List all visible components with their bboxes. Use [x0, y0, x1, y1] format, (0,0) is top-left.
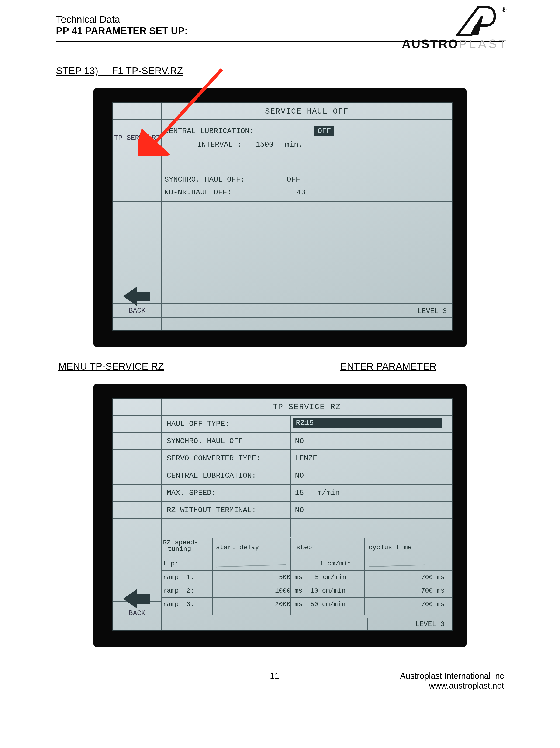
page-header: Technical Data PP 41 PARAMETER SET UP: ®… — [56, 14, 504, 42]
st-hdr-c3: cyclus time — [369, 543, 412, 552]
back-button[interactable]: BACK — [113, 282, 161, 318]
st-r0-name: tip: — [163, 560, 179, 568]
screen1-title: SERVICE HAUL OFF — [162, 103, 451, 119]
mid-labels: MENU TP-SERVICE RZ ENTER PARAMETER — [56, 361, 504, 372]
st-r1-step: 5 cm/min — [315, 574, 346, 581]
st-r1-name: ramp 1: — [163, 574, 194, 581]
param-label-6 — [164, 523, 167, 532]
st-r3-step: 50 cm/min — [310, 601, 346, 608]
footer-company: Austroplast International Inc — [400, 671, 504, 681]
screenshot2-frame: TP-SERVICE RZ HAUL OFF TYPE: RZ15 SYNCHR… — [93, 384, 467, 647]
param-value-4[interactable]: 15 m/min — [295, 489, 340, 497]
st-hdr-c1: start delay — [216, 543, 259, 552]
level-indicator-2: LEVEL 3 — [415, 620, 445, 628]
back-label: BACK — [129, 306, 145, 315]
lcd-screen-1: TP-SERV. RZ BACK SERVICE HAUL OFF CENTRA… — [112, 102, 452, 330]
step-heading: STEP 13) F1 TP-SERV.RZ — [56, 65, 183, 76]
side-tab-label: TP-SERV. RZ — [114, 134, 160, 142]
back-label-2: BACK — [129, 609, 145, 617]
mid-right-label: ENTER PARAMETER — [341, 361, 437, 372]
back-arrow-icon-2 — [123, 589, 151, 608]
brand-austro: AUSTRO — [402, 37, 459, 51]
central-lub-label: CENTRAL LUBRICATION: — [164, 127, 254, 135]
interval-unit: min. — [285, 140, 303, 149]
ndnr-label: ND-NR.HAUL OFF: — [164, 188, 232, 197]
st-hdr-c2: step — [296, 543, 312, 552]
st-r3-name: ramp 3: — [163, 601, 194, 608]
param-label-2: SERVO CONVERTER TYPE: — [164, 454, 261, 463]
screen2-title: TP-SERVICE RZ — [162, 399, 451, 415]
synchro-label: SYNCHRO. HAUL OFF: — [164, 175, 245, 184]
footer-url: www.austroplast.net — [400, 681, 504, 691]
param-value-0[interactable]: RZ15 — [293, 418, 442, 428]
synchro-value: OFF — [287, 175, 300, 184]
level-indicator: LEVEL 3 — [418, 307, 447, 315]
back-button-2[interactable]: BACK — [113, 585, 161, 620]
param-value-1[interactable]: NO — [295, 437, 304, 446]
screenshot1-frame: TP-SERV. RZ BACK SERVICE HAUL OFF CENTRA… — [93, 88, 467, 347]
st-r1-delay: 500 ms — [279, 574, 302, 581]
interval-label: INTERVAL : — [197, 140, 242, 149]
footer-rule — [56, 666, 504, 667]
param-label-4: MAX. SPEED: — [164, 489, 216, 497]
st-r1-cyc: 700 ms — [421, 574, 445, 581]
central-lub-value[interactable]: OFF — [314, 126, 334, 136]
st-hdr-c0a: RZ speed- — [163, 539, 198, 546]
st-r3-cyc: 700 ms — [421, 601, 445, 608]
back-arrow-icon — [123, 287, 151, 306]
param-label-1: SYNCHRO. HAUL OFF: — [164, 437, 247, 445]
austroplast-logo-icon: ® — [448, 5, 509, 37]
st-r3-delay: 2000 ms — [275, 601, 302, 608]
page-footer: 11 Austroplast International Inc www.aus… — [56, 671, 504, 691]
param-value-3[interactable]: NO — [295, 471, 304, 480]
st-r2-delay: 1000 ms — [275, 587, 302, 595]
mid-left-label: MENU TP-SERVICE RZ — [58, 361, 164, 372]
param-value-5[interactable]: NO — [295, 506, 304, 515]
brand-plast: PLAST — [459, 37, 509, 51]
st-r0-step: 1 cm/min — [320, 560, 351, 568]
interval-value[interactable]: 1500 — [256, 140, 274, 149]
page-number: 11 — [149, 671, 400, 681]
brand-logo: ® AUSTROPLAST — [402, 5, 509, 51]
st-r2-name: ramp 2: — [163, 587, 194, 595]
ndnr-value: 43 — [297, 188, 305, 197]
side-tab-tpserv[interactable]: TP-SERV. RZ — [113, 122, 161, 154]
st-hdr-c0b: tuning — [168, 546, 198, 553]
lcd-screen-2: TP-SERVICE RZ HAUL OFF TYPE: RZ15 SYNCHR… — [112, 398, 452, 631]
speed-tuning-table: RZ speed- tuning start delay step cyclus… — [161, 538, 451, 615]
param-label-3: CENTRAL LUBRICATION: — [164, 471, 256, 480]
registered-mark: ® — [502, 6, 507, 13]
st-r2-cyc: 700 ms — [421, 587, 445, 595]
st-r2-step: 10 cm/min — [310, 587, 346, 595]
param-value-2[interactable]: LENZE — [295, 454, 317, 463]
param-label-5: RZ WITHOUT TERMINAL: — [164, 506, 256, 514]
param-label-0: HAUL OFF TYPE: — [164, 420, 229, 428]
